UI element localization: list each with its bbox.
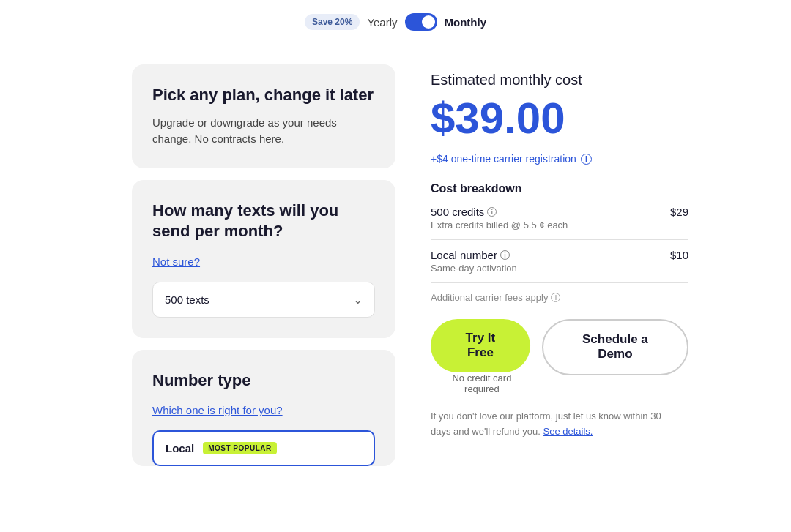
schedule-demo-button[interactable]: Schedule a Demo	[542, 319, 688, 375]
main-content: Pick any plan, change it later Upgrade o…	[0, 42, 791, 488]
breakdown-local-label: Local number i	[431, 249, 517, 261]
toggle-thumb	[422, 15, 435, 29]
try-free-button[interactable]: Try It Free	[431, 319, 530, 372]
breakdown-row-local: Local number i Same-day activation $10	[431, 249, 688, 274]
see-details-link[interactable]: See details.	[543, 426, 593, 437]
plan-info-description: Upgrade or downgrade as your needs chang…	[152, 115, 375, 148]
breakdown-credits-info: 500 credits i Extra credits billed @ 5.5…	[431, 206, 568, 231]
credits-info-icon: i	[487, 207, 497, 217]
which-one-link[interactable]: Which one is right for you?	[152, 404, 283, 416]
breakdown-row-credits: 500 credits i Extra credits billed @ 5.5…	[431, 206, 688, 231]
texts-select-value: 500 texts	[165, 293, 209, 306]
local-info-icon: i	[500, 250, 510, 260]
right-column: Estimated monthly cost $39.00 +$4 one-ti…	[431, 64, 688, 439]
yearly-label: Yearly	[367, 16, 397, 29]
breakdown-local-info: Local number i Same-day activation	[431, 249, 517, 274]
estimated-label: Estimated monthly cost	[431, 72, 688, 89]
local-number-option[interactable]: Local MOST POPULAR	[152, 430, 375, 466]
chevron-down-icon: ⌄	[353, 293, 363, 307]
cost-breakdown-title: Cost breakdown	[431, 182, 688, 195]
monthly-label: Monthly	[445, 16, 487, 29]
breakdown-local-sub: Same-day activation	[431, 263, 517, 274]
no-credit-card-text: No credit card required	[434, 372, 530, 394]
breakdown-credits-label: 500 credits i	[431, 206, 568, 218]
additional-fees-info-icon: i	[551, 293, 560, 302]
carrier-registration-text: +$4 one-time carrier registration	[431, 153, 576, 165]
texts-per-month-card: How many texts will you send per month? …	[132, 180, 396, 338]
cta-left: Try It Free No credit card required	[431, 319, 530, 409]
left-column: Pick any plan, change it later Upgrade o…	[132, 64, 396, 466]
number-type-title: Number type	[152, 370, 375, 391]
price-display: $39.00	[431, 94, 688, 143]
breakdown-local-price: $10	[670, 249, 688, 261]
texts-per-month-title: How many texts will you send per month?	[152, 201, 375, 242]
refund-notice: If you don't love our platform, just let…	[431, 409, 680, 440]
plan-info-card: Pick any plan, change it later Upgrade o…	[132, 64, 396, 168]
plan-info-title: Pick any plan, change it later	[152, 85, 375, 106]
breakdown-credits-sub: Extra credits billed @ 5.5 ¢ each	[431, 220, 568, 231]
save-badge: Save 20%	[305, 14, 360, 30]
number-type-card: Number type Which one is right for you? …	[132, 350, 396, 467]
additional-fees: Additional carrier fees apply i	[431, 292, 688, 303]
texts-select[interactable]: 500 texts ⌄	[152, 282, 375, 318]
cta-row: Try It Free No credit card required Sche…	[431, 319, 688, 409]
not-sure-link[interactable]: Not sure?	[152, 255, 200, 268]
breakdown-divider-1	[431, 239, 688, 240]
local-label: Local	[166, 442, 194, 454]
pricing-toggle-header: Save 20% Yearly Monthly	[0, 0, 791, 42]
billing-toggle[interactable]	[405, 13, 437, 31]
carrier-info-icon: i	[581, 154, 592, 165]
breakdown-credits-price: $29	[670, 206, 688, 218]
most-popular-badge: MOST POPULAR	[203, 442, 277, 454]
carrier-registration[interactable]: +$4 one-time carrier registration i	[431, 153, 688, 165]
breakdown-divider-2	[431, 282, 688, 283]
